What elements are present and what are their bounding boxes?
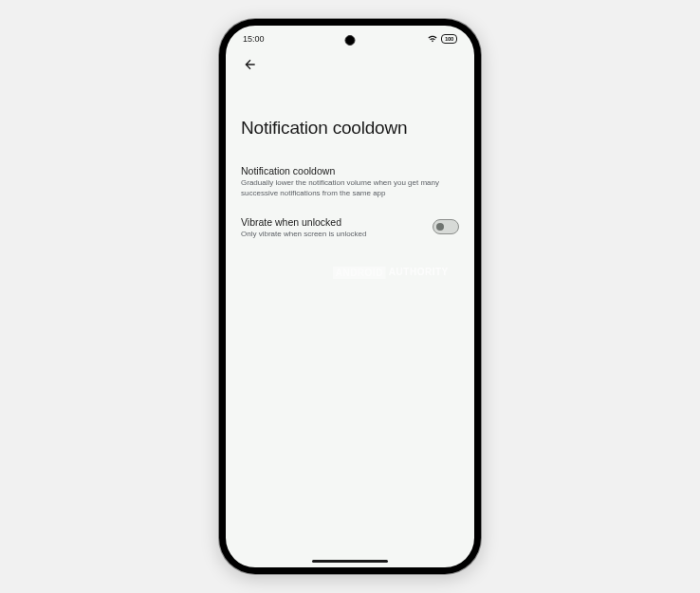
vibrate-toggle[interactable]: [433, 219, 459, 234]
title-section: Notification cooldown: [226, 82, 474, 158]
watermark: ANDROID AUTHORITY: [333, 267, 449, 279]
setting-notification-cooldown[interactable]: Notification cooldown Gradually lower th…: [226, 158, 474, 209]
status-right: 100: [428, 34, 457, 44]
setting-description: Only vibrate when screen is unlocked: [241, 230, 421, 240]
battery-icon: 100: [441, 34, 457, 44]
watermark-left: ANDROID: [333, 267, 386, 279]
wifi-icon: [428, 34, 437, 44]
toggle-knob: [436, 223, 444, 231]
app-header: [226, 47, 474, 82]
back-button[interactable]: [239, 53, 262, 76]
setting-text: Vibrate when unlocked Only vibrate when …: [241, 216, 421, 240]
phone-frame: 15:00 100 Notification cooldown Notifica…: [219, 19, 481, 574]
page-title: Notification cooldown: [241, 118, 459, 139]
watermark-right: AUTHORITY: [389, 267, 449, 279]
setting-title: Notification cooldown: [241, 165, 459, 176]
setting-vibrate-unlocked[interactable]: Vibrate when unlocked Only vibrate when …: [226, 209, 474, 250]
arrow-back-icon: [243, 57, 258, 72]
status-time: 15:00: [243, 34, 265, 44]
setting-title: Vibrate when unlocked: [241, 216, 421, 228]
setting-text: Notification cooldown Gradually lower th…: [241, 165, 459, 199]
screen: 15:00 100 Notification cooldown Notifica…: [226, 26, 474, 567]
camera-notch: [345, 35, 356, 46]
setting-description: Gradually lower the notification volume …: [241, 178, 459, 199]
navigation-bar[interactable]: [312, 560, 388, 563]
